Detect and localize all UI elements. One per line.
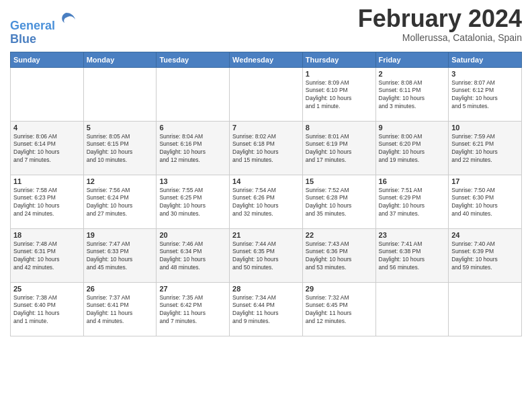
calendar-cell: 10Sunrise: 7:59 AM Sunset: 6:21 PM Dayli… [449, 121, 522, 175]
logo-blue: Blue [10, 32, 36, 46]
calendar-cell: 17Sunrise: 7:50 AM Sunset: 6:30 PM Dayli… [449, 175, 522, 228]
calendar-week-1: 1Sunrise: 8:09 AM Sunset: 6:10 PM Daylig… [11, 67, 522, 121]
day-number: 25 [13, 285, 81, 293]
calendar-cell [375, 282, 449, 336]
day-info: Sunrise: 7:46 AM Sunset: 6:34 PM Dayligh… [159, 240, 226, 273]
calendar-cell [230, 67, 303, 121]
day-info: Sunrise: 7:41 AM Sunset: 6:38 PM Dayligh… [379, 240, 446, 273]
calendar-cell: 19Sunrise: 7:47 AM Sunset: 6:33 PM Dayli… [83, 228, 157, 282]
calendar-header-row: Sunday Monday Tuesday Wednesday Thursday… [11, 52, 522, 67]
day-info: Sunrise: 7:51 AM Sunset: 6:29 PM Dayligh… [379, 187, 446, 219]
day-info: Sunrise: 8:09 AM Sunset: 6:10 PM Dayligh… [306, 79, 373, 111]
day-info: Sunrise: 8:07 AM Sunset: 6:12 PM Dayligh… [451, 79, 519, 111]
calendar-cell: 12Sunrise: 7:56 AM Sunset: 6:24 PM Dayli… [83, 175, 157, 228]
day-number: 28 [232, 285, 300, 293]
day-number: 16 [379, 177, 446, 185]
calendar-cell: 8Sunrise: 8:01 AM Sunset: 6:19 PM Daylig… [302, 121, 375, 175]
day-info: Sunrise: 7:54 AM Sunset: 6:26 PM Dayligh… [232, 187, 300, 219]
calendar-cell: 11Sunrise: 7:58 AM Sunset: 6:23 PM Dayli… [11, 175, 84, 228]
calendar-cell: 29Sunrise: 7:32 AM Sunset: 6:45 PM Dayli… [302, 282, 375, 336]
calendar-cell: 1Sunrise: 8:09 AM Sunset: 6:10 PM Daylig… [302, 67, 375, 121]
day-number: 4 [13, 124, 81, 132]
calendar-cell: 24Sunrise: 7:40 AM Sunset: 6:39 PM Dayli… [449, 228, 522, 282]
day-number: 9 [379, 124, 446, 132]
day-info: Sunrise: 8:00 AM Sunset: 6:20 PM Dayligh… [379, 133, 446, 165]
calendar-cell: 21Sunrise: 7:44 AM Sunset: 6:35 PM Dayli… [230, 228, 303, 282]
calendar-cell: 9Sunrise: 8:00 AM Sunset: 6:20 PM Daylig… [375, 121, 449, 175]
day-info: Sunrise: 7:34 AM Sunset: 6:44 PM Dayligh… [232, 294, 300, 326]
day-number: 19 [87, 231, 154, 239]
logo-content: General Blue [10, 9, 77, 46]
day-info: Sunrise: 7:50 AM Sunset: 6:30 PM Dayligh… [451, 187, 519, 219]
month-title: February 2024 [358, 7, 522, 31]
header-monday: Monday [83, 52, 157, 67]
calendar-cell: 14Sunrise: 7:54 AM Sunset: 6:26 PM Dayli… [230, 175, 303, 228]
day-number: 23 [379, 231, 446, 239]
calendar-body: 1Sunrise: 8:09 AM Sunset: 6:10 PM Daylig… [11, 67, 522, 336]
location-subtitle: Mollerussa, Catalonia, Spain [358, 32, 522, 43]
day-info: Sunrise: 7:44 AM Sunset: 6:35 PM Dayligh… [232, 240, 300, 273]
page-container: General Blue February 2024 Mollerussa, C… [0, 0, 532, 343]
logo-bird-icon [56, 9, 77, 30]
day-number: 5 [87, 124, 154, 132]
calendar-cell: 28Sunrise: 7:34 AM Sunset: 6:44 PM Dayli… [230, 282, 303, 336]
day-info: Sunrise: 7:32 AM Sunset: 6:45 PM Dayligh… [306, 294, 373, 326]
day-info: Sunrise: 8:05 AM Sunset: 6:15 PM Dayligh… [87, 133, 154, 165]
calendar-cell: 7Sunrise: 8:02 AM Sunset: 6:18 PM Daylig… [230, 121, 303, 175]
day-number: 6 [159, 124, 226, 132]
day-info: Sunrise: 7:58 AM Sunset: 6:23 PM Dayligh… [13, 187, 81, 219]
day-number: 1 [306, 70, 373, 78]
day-number: 7 [232, 124, 300, 132]
day-number: 18 [13, 231, 81, 239]
logo-text: General Blue [10, 9, 77, 46]
calendar-cell: 20Sunrise: 7:46 AM Sunset: 6:34 PM Dayli… [157, 228, 230, 282]
day-number: 24 [451, 231, 519, 239]
day-info: Sunrise: 7:56 AM Sunset: 6:24 PM Dayligh… [87, 187, 154, 219]
day-number: 26 [87, 285, 154, 293]
day-info: Sunrise: 7:47 AM Sunset: 6:33 PM Dayligh… [87, 240, 154, 273]
day-number: 11 [13, 177, 81, 185]
header-tuesday: Tuesday [157, 52, 230, 67]
calendar-cell: 16Sunrise: 7:51 AM Sunset: 6:29 PM Dayli… [375, 175, 449, 228]
day-number: 3 [451, 70, 519, 78]
day-number: 12 [87, 177, 154, 185]
calendar-cell: 6Sunrise: 8:04 AM Sunset: 6:16 PM Daylig… [157, 121, 230, 175]
day-info: Sunrise: 7:55 AM Sunset: 6:25 PM Dayligh… [159, 187, 226, 219]
header-friday: Friday [375, 52, 449, 67]
calendar-cell: 23Sunrise: 7:41 AM Sunset: 6:38 PM Dayli… [375, 228, 449, 282]
day-info: Sunrise: 7:59 AM Sunset: 6:21 PM Dayligh… [451, 133, 519, 165]
day-number: 22 [306, 231, 373, 239]
day-number: 2 [379, 70, 446, 78]
day-info: Sunrise: 7:37 AM Sunset: 6:41 PM Dayligh… [87, 294, 154, 326]
calendar-cell: 18Sunrise: 7:48 AM Sunset: 6:31 PM Dayli… [11, 228, 84, 282]
calendar-cell: 4Sunrise: 8:06 AM Sunset: 6:14 PM Daylig… [11, 121, 84, 175]
title-area: February 2024 Mollerussa, Catalonia, Spa… [358, 7, 522, 43]
day-info: Sunrise: 8:08 AM Sunset: 6:11 PM Dayligh… [379, 79, 446, 111]
calendar-week-5: 25Sunrise: 7:38 AM Sunset: 6:40 PM Dayli… [11, 282, 522, 336]
day-info: Sunrise: 7:48 AM Sunset: 6:31 PM Dayligh… [13, 240, 81, 273]
day-number: 14 [232, 177, 300, 185]
day-info: Sunrise: 7:38 AM Sunset: 6:40 PM Dayligh… [13, 294, 81, 326]
calendar-cell: 27Sunrise: 7:35 AM Sunset: 6:42 PM Dayli… [157, 282, 230, 336]
calendar-week-2: 4Sunrise: 8:06 AM Sunset: 6:14 PM Daylig… [11, 121, 522, 175]
day-number: 15 [306, 177, 373, 185]
header-thursday: Thursday [302, 52, 375, 67]
calendar-cell: 13Sunrise: 7:55 AM Sunset: 6:25 PM Dayli… [157, 175, 230, 228]
header-wednesday: Wednesday [230, 52, 303, 67]
calendar-cell: 26Sunrise: 7:37 AM Sunset: 6:41 PM Dayli… [83, 282, 157, 336]
day-info: Sunrise: 7:43 AM Sunset: 6:36 PM Dayligh… [306, 240, 373, 273]
day-number: 29 [306, 285, 373, 293]
logo: General Blue [10, 9, 77, 46]
calendar-cell: 25Sunrise: 7:38 AM Sunset: 6:40 PM Dayli… [11, 282, 84, 336]
calendar-cell: 5Sunrise: 8:05 AM Sunset: 6:15 PM Daylig… [83, 121, 157, 175]
calendar-cell: 3Sunrise: 8:07 AM Sunset: 6:12 PM Daylig… [449, 67, 522, 121]
header-saturday: Saturday [449, 52, 522, 67]
calendar-week-4: 18Sunrise: 7:48 AM Sunset: 6:31 PM Dayli… [11, 228, 522, 282]
calendar-cell [157, 67, 230, 121]
day-number: 27 [159, 285, 226, 293]
day-number: 21 [232, 231, 300, 239]
day-number: 8 [306, 124, 373, 132]
calendar-cell: 15Sunrise: 7:52 AM Sunset: 6:28 PM Dayli… [302, 175, 375, 228]
day-info: Sunrise: 8:01 AM Sunset: 6:19 PM Dayligh… [306, 133, 373, 165]
day-info: Sunrise: 7:52 AM Sunset: 6:28 PM Dayligh… [306, 187, 373, 219]
